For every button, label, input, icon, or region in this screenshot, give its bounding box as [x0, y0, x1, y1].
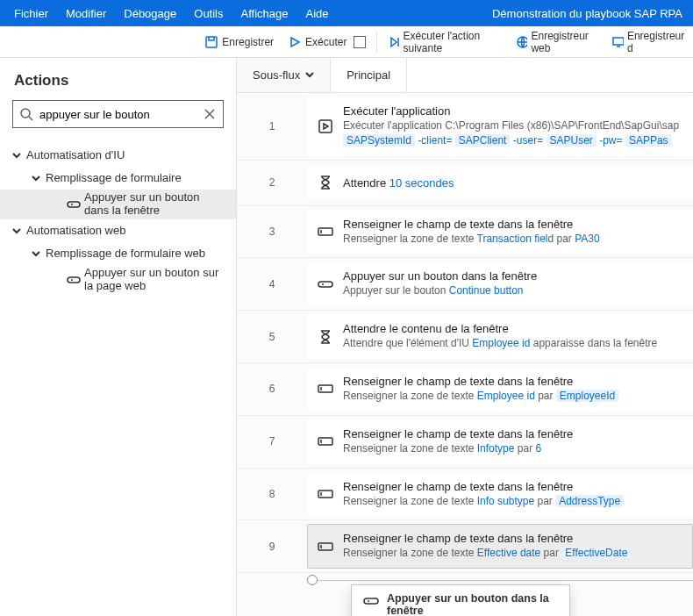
press-icon — [362, 592, 378, 608]
flow-step[interactable]: 1 Exécuter l'application Exécuter l'appl… — [237, 93, 693, 161]
chevron-down-icon — [12, 149, 25, 161]
textfield-icon — [317, 433, 334, 450]
textfield-icon — [317, 223, 334, 240]
flow-step[interactable]: 7 Renseigner le champ de texte dans la f… — [237, 416, 693, 469]
chevron-down-icon — [12, 225, 25, 237]
step-number: 1 — [237, 120, 307, 133]
clear-icon[interactable] — [203, 107, 217, 121]
textfield-icon — [317, 485, 334, 503]
step-number: 5 — [237, 331, 307, 343]
menu-file[interactable]: Fichier — [5, 0, 57, 26]
run-checkbox[interactable] — [354, 36, 366, 48]
chevron-down-icon — [32, 172, 44, 184]
svg-rect-2 — [613, 38, 624, 45]
tree-group-web-form-fill[interactable]: Remplissage de formulaire web — [0, 242, 236, 265]
press-icon — [63, 197, 84, 211]
flow-area: Sous-flux Principal 1 Exécuter l'applica… — [237, 58, 693, 616]
textfield-icon — [317, 538, 334, 555]
svg-rect-5 — [68, 277, 80, 283]
menu-view[interactable]: Affichage — [232, 0, 297, 26]
search-icon — [19, 107, 33, 121]
monitor-icon — [611, 35, 624, 49]
drag-ghost: Appuyer sur un bouton dans la fenêtre Ap… — [351, 584, 570, 616]
tree-group-form-fill[interactable]: Remplissage de formulaire — [0, 167, 236, 190]
press-icon — [63, 273, 84, 287]
chevron-down-icon — [305, 68, 314, 82]
flow-canvas[interactable]: 1 Exécuter l'application Exécuter l'appl… — [237, 93, 693, 616]
textfield-icon — [317, 380, 334, 398]
flow-step[interactable]: 4 Appuyer sur un bouton dans la fenêtre … — [237, 258, 693, 311]
svg-point-3 — [21, 109, 30, 118]
step-number: 3 — [237, 226, 307, 238]
search-input[interactable] — [12, 100, 224, 128]
step-title: Exécuter l'application — [343, 104, 683, 118]
save-icon — [204, 35, 218, 49]
menu-debug[interactable]: Débogage — [115, 0, 185, 26]
actions-sidebar: Actions Automatisation d'IU Remplissage … — [0, 58, 237, 616]
svg-rect-13 — [364, 598, 378, 604]
actions-tree: Automatisation d'IU Remplissage de formu… — [0, 139, 236, 616]
step-number: 9 — [237, 541, 307, 553]
step-subtitle: Renseigner la zone de texte Employee id … — [343, 389, 683, 404]
press-icon — [317, 276, 334, 293]
step-number: 7 — [237, 435, 307, 448]
flow-step[interactable]: 6 Renseigner le champ de texte dans la f… — [237, 363, 693, 416]
hourglass-icon — [317, 174, 334, 191]
flow-step[interactable]: 5 Attendre le contenu de la fenêtre Atte… — [237, 311, 693, 363]
menu-bar: Fichier Modifier Débogage Outils Afficha… — [0, 0, 693, 26]
step-subtitle: Renseigner la zone de texte Transaction … — [343, 232, 683, 247]
tree-group-ui-automation[interactable]: Automatisation d'IU — [0, 144, 236, 167]
tree-action-press-web-button[interactable]: Appuyer sur un bouton sur la page web — [0, 265, 236, 295]
tab-subflows-dropdown[interactable]: Sous-flux — [237, 58, 331, 92]
subflow-tabs: Sous-flux Principal — [237, 58, 693, 93]
step-title: Renseigner le champ de texte dans la fen… — [343, 218, 683, 231]
svg-rect-6 — [319, 120, 332, 133]
step-title: Renseigner le champ de texte dans la fen… — [343, 532, 683, 545]
flow-step[interactable]: 2 Attendre 10 secondes — [237, 161, 693, 206]
tree-action-press-window-button[interactable]: Appuyer sur un bouton dans la fenêtre — [0, 190, 236, 219]
step-number: 4 — [237, 278, 307, 290]
save-button[interactable]: Enregistrer — [197, 26, 281, 58]
flow-step[interactable]: 3 Renseigner le champ de texte dans la f… — [237, 206, 693, 259]
web-recorder-button[interactable]: Enregistreur web — [509, 26, 604, 58]
hourglass-icon — [317, 328, 334, 346]
step-icon — [388, 35, 399, 49]
run-next-button[interactable]: Exécuter l'action suivante — [381, 26, 509, 58]
flow-step[interactable]: 9 Renseigner le champ de texte dans la f… — [237, 520, 693, 573]
window-title: Démonstration du playbook SAP RPA — [492, 7, 688, 20]
step-subtitle: Renseigner la zone de texte Info subtype… — [343, 494, 683, 509]
menu-edit[interactable]: Modifier — [57, 0, 115, 26]
toolbar: Enregistrer Exécuter Exécuter l'action s… — [0, 26, 693, 58]
step-title: Renseigner le champ de texte dans la fen… — [343, 375, 683, 388]
chevron-down-icon — [32, 247, 44, 260]
step-number: 6 — [237, 383, 307, 395]
svg-rect-8 — [318, 282, 332, 287]
svg-rect-0 — [206, 37, 217, 47]
step-subtitle: Renseigner la zone de texte Infotype par… — [343, 441, 683, 456]
flow-step[interactable]: 8 Renseigner le champ de texte dans la f… — [237, 469, 693, 521]
menu-help[interactable]: Aide — [296, 0, 337, 26]
svg-rect-4 — [68, 202, 80, 207]
step-title: Appuyer sur un bouton dans la fenêtre — [343, 269, 683, 283]
step-subtitle: Renseigner la zone de texte Effective da… — [343, 546, 683, 561]
step-title: Attendre 10 secondes — [343, 176, 683, 190]
play-icon — [317, 118, 334, 135]
step-number: 8 — [237, 488, 307, 500]
tree-group-web-automation[interactable]: Automatisation web — [0, 219, 236, 242]
tab-main[interactable]: Principal — [331, 58, 407, 92]
step-number: 2 — [237, 176, 307, 189]
step-title: Renseigner le champ de texte dans la fen… — [343, 480, 683, 493]
sidebar-title: Actions — [0, 58, 236, 100]
step-subtitle: Appuyer sur le bouton Continue button — [343, 283, 683, 298]
step-subtitle: Exécuter l'application C:\Program Files … — [343, 118, 683, 148]
step-subtitle: Attendre que l'élément d'IU Employee id … — [343, 336, 683, 351]
desktop-recorder-button[interactable]: Enregistreur d — [604, 26, 693, 58]
step-title: Attendre le contenu de la fenêtre — [343, 322, 683, 335]
step-title: Renseigner le champ de texte dans la fen… — [343, 427, 683, 441]
globe-icon — [516, 35, 527, 49]
run-button[interactable]: Exécuter — [281, 26, 373, 58]
play-icon — [288, 35, 302, 49]
menu-tools[interactable]: Outils — [185, 0, 232, 26]
